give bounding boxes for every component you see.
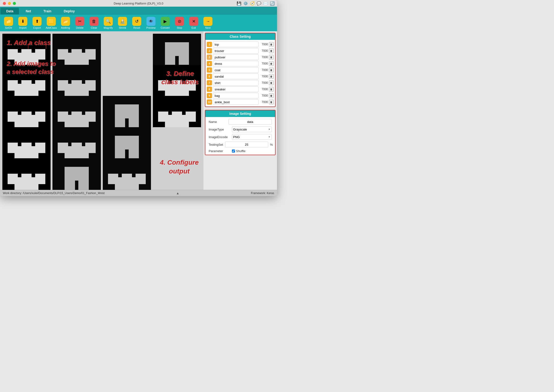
magnify-label: Magnify — [104, 26, 113, 29]
framework-status: Framework: Keras — [251, 191, 274, 195]
maximize-button[interactable] — [13, 2, 16, 5]
class-delete-4[interactable]: 🗑 — [269, 61, 274, 66]
imageencode-label: ImageEncode — [209, 135, 230, 139]
clear-icon: 🗑 — [90, 17, 98, 26]
window-controls[interactable] — [3, 2, 16, 5]
image-setting-panel: Image Setting Name ImageType Grayscale R… — [205, 110, 276, 155]
class-label-input-3[interactable] — [213, 54, 259, 60]
export-button[interactable]: ⬆ Export — [30, 16, 44, 30]
class-setting-header: Class Setting — [205, 33, 275, 40]
right-panel: Class Setting 1 7000 🗑 2 7000 🗑 3 7000 🗑… — [203, 31, 277, 190]
class-count-8: 7000 — [259, 88, 268, 91]
class-delete-6[interactable]: 🗑 — [269, 74, 274, 79]
class-delete-1[interactable]: 🗑 — [269, 42, 274, 47]
exit-button[interactable]: ✕ Exit — [187, 16, 200, 30]
reset-button[interactable]: ↺ Reset — [130, 16, 143, 30]
class-label-input-2[interactable] — [213, 48, 259, 54]
reset-label: Reset — [133, 26, 140, 29]
class-count-7: 7000 — [259, 81, 268, 84]
addimg-icon: 📂 — [61, 17, 70, 26]
refresh-icon[interactable]: 🔄 — [270, 1, 275, 6]
class-delete-10[interactable]: 🗑 — [269, 100, 274, 105]
shrink-button[interactable]: 🔬 Shrink — [116, 16, 129, 30]
imageencode-select[interactable]: PNG JPEG — [232, 134, 272, 140]
class-label-input-4[interactable] — [213, 61, 259, 66]
clear-button[interactable]: 🗑 Clear — [87, 16, 101, 30]
class-row-6: 6 7000 🗑 — [207, 74, 274, 79]
setdir-icon: 📁 — [4, 17, 13, 26]
tab-bar: Data Net Train Deploy — [0, 7, 277, 15]
class-delete-2[interactable]: 🗑 — [269, 49, 274, 53]
shuffle-checkbox-label[interactable]: Shuffle — [232, 149, 245, 153]
addimg-button[interactable]: 📂 AddImg — [59, 16, 72, 30]
main-content: 1. Add a class ↑ ↑ 2. Add images toa sel… — [0, 31, 277, 190]
tab-train[interactable]: Train — [38, 8, 57, 14]
imageencode-row: ImageEncode PNG JPEG — [207, 133, 274, 141]
email-icon[interactable]: ✉️ — [263, 1, 268, 6]
convert-button[interactable]: ▶ Convert — [159, 16, 172, 30]
class-label-input-7[interactable] — [213, 80, 259, 86]
wechat-icon[interactable]: 💬 — [257, 1, 261, 6]
addclass-button[interactable]: 🟨 AddClass — [45, 16, 58, 30]
delete-icon: ✂ — [75, 17, 84, 26]
class-label-input-5[interactable] — [213, 67, 259, 73]
next-icon: → — [203, 17, 212, 26]
class-label-input-9[interactable] — [213, 93, 259, 98]
setdir-button[interactable]: 📁 SetDir — [2, 16, 15, 30]
class-num-8: 8 — [207, 87, 212, 92]
class-row-4: 4 7000 🗑 — [207, 61, 274, 66]
stop-button[interactable]: ⊘ Stop — [173, 16, 186, 30]
settings-icon[interactable]: ⚙️ — [243, 1, 248, 6]
class-label-input-1[interactable] — [213, 42, 259, 47]
close-button[interactable] — [3, 2, 6, 5]
name-input[interactable] — [229, 119, 272, 125]
parameter-label: Parameter — [209, 149, 230, 153]
class-delete-7[interactable]: 🗑 — [269, 80, 274, 85]
class-delete-8[interactable]: 🗑 — [269, 87, 274, 91]
class-row-9: 9 7000 🗑 — [207, 93, 274, 98]
preview-icon: 👁 — [147, 17, 155, 26]
clear-label: Clear — [91, 26, 97, 29]
class-num-9: 9 — [207, 93, 212, 98]
class-num-1: 1 — [207, 42, 212, 47]
class-label-input-6[interactable] — [213, 74, 259, 79]
status-bar: Work directory: /Users/xulei/Documents/D… — [0, 190, 277, 196]
image-grid: 1. Add a class ↑ ↑ 2. Add images toa sel… — [0, 31, 203, 190]
tab-deploy[interactable]: Deploy — [58, 8, 80, 14]
next-button[interactable]: → Next — [201, 16, 215, 30]
import-button[interactable]: ⬇ Import — [16, 16, 29, 30]
compass-icon[interactable]: 🧭 — [250, 1, 255, 6]
class-count-9: 7000 — [259, 94, 268, 97]
shuffle-checkbox[interactable] — [232, 149, 235, 153]
addclass-icon: 🟨 — [47, 17, 56, 26]
class-label-input-8[interactable] — [213, 86, 259, 92]
window-title: Deep Learning Platform (DLP)_V3.0 — [114, 2, 163, 5]
title-bar: Deep Learning Platform (DLP)_V3.0 💾 ⚙️ 🧭… — [0, 0, 277, 7]
class-delete-9[interactable]: 🗑 — [269, 93, 274, 98]
parameter-row: Parameter Shuffle — [207, 148, 274, 154]
magnify-button[interactable]: 🔍 Magnify — [102, 16, 115, 30]
class-row-3: 3 7000 🗑 — [207, 54, 274, 60]
import-icon: ⬇ — [18, 17, 27, 26]
next-label: Next — [205, 26, 211, 29]
image-cell-18 — [52, 158, 101, 190]
preview-button[interactable]: 👁 Preview — [144, 16, 158, 30]
export-label: Export — [33, 26, 41, 29]
class-label-input-10[interactable] — [213, 99, 259, 105]
imagetype-row: ImageType Grayscale RGB — [207, 126, 274, 133]
class-delete-3[interactable]: 🗑 — [269, 55, 274, 60]
name-label: Name — [209, 120, 227, 124]
exit-icon: ✕ — [189, 17, 198, 26]
testingset-input[interactable] — [225, 142, 268, 147]
tab-net[interactable]: Net — [20, 8, 37, 14]
tab-data[interactable]: Data — [0, 8, 19, 14]
testingset-label: TestingSet — [209, 143, 223, 147]
delete-button[interactable]: ✂ Delete — [73, 16, 86, 30]
image-cell-17 — [2, 158, 50, 190]
class-delete-5[interactable]: 🗑 — [269, 68, 274, 72]
minimize-button[interactable] — [8, 2, 11, 5]
save-icon[interactable]: 💾 — [237, 1, 241, 6]
shuffle-label: Shuffle — [236, 149, 245, 153]
reset-icon: ↺ — [132, 17, 141, 26]
imagetype-select[interactable]: Grayscale RGB — [232, 126, 272, 132]
